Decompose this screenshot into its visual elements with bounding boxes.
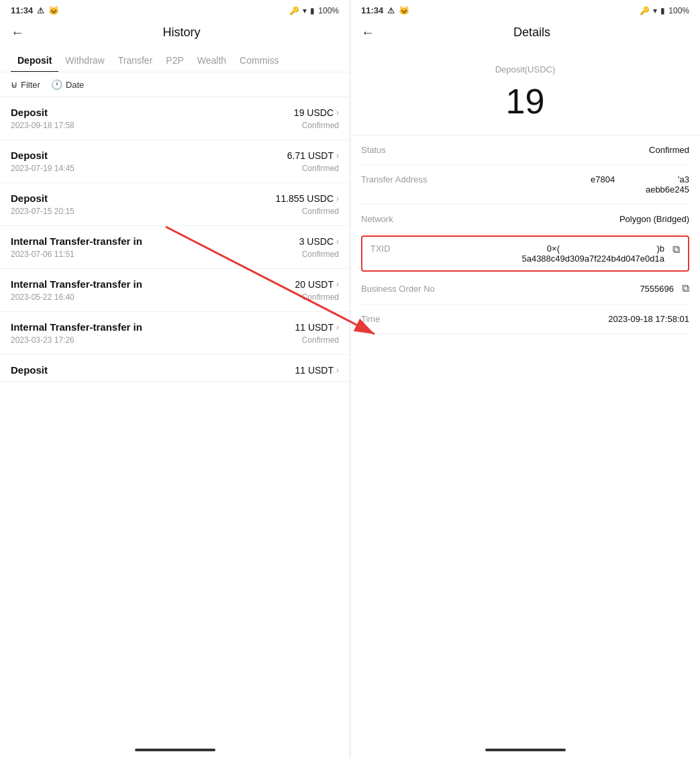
date-button[interactable]: 🕐 Date bbox=[51, 79, 84, 90]
details-screen: 11:34 ⚠ 🐱 🔑 ▾ ▮ 100% ← Details Deposit(U… bbox=[350, 0, 700, 758]
txid-line2: 5a4388c49d309a7f224b4d047e0d1a bbox=[521, 254, 664, 264]
alert-icon-right: ⚠ bbox=[387, 6, 395, 15]
clock-icon: 🕐 bbox=[51, 79, 62, 90]
status-label: Status bbox=[361, 145, 442, 155]
filter-bar: ⊌ Filter 🕐 Date bbox=[0, 72, 350, 97]
tab-p2p[interactable]: P2P bbox=[159, 48, 190, 72]
item-date: 2023-05-22 16:40 bbox=[11, 292, 74, 302]
copy-icon-txid[interactable]: ⧉ bbox=[672, 243, 680, 256]
txid-label: TXID bbox=[370, 243, 451, 254]
date-label: Date bbox=[66, 80, 84, 90]
chevron-icon: › bbox=[336, 194, 339, 203]
tab-deposit[interactable]: Deposit bbox=[11, 48, 58, 72]
filter-label: Filter bbox=[21, 80, 40, 90]
tab-transfer[interactable]: Transfer bbox=[111, 48, 160, 72]
history-screen: 11:34 ⚠ 🐱 🔑 ▾ ▮ 100% ← History Deposit W… bbox=[0, 0, 350, 758]
amount-value: 11.855 USDC bbox=[276, 193, 334, 204]
details-header: ← Details bbox=[350, 18, 700, 48]
business-order-label: Business Order No bbox=[361, 284, 442, 294]
amount-value: 6.71 USDT bbox=[287, 150, 334, 161]
status-value: Confirmed bbox=[442, 145, 689, 155]
item-status: Confirmed bbox=[302, 207, 339, 216]
list-item[interactable]: Internal Transfer-transfer in 11 USDT › … bbox=[0, 312, 350, 355]
item-amount: 20 USDT › bbox=[295, 279, 339, 290]
notification-icon-left: 🐱 bbox=[48, 5, 59, 15]
chevron-icon: › bbox=[336, 237, 339, 246]
status-bar-right: 11:34 ⚠ 🐱 🔑 ▾ ▮ 100% bbox=[350, 0, 700, 18]
item-date: 2023-07-19 14:45 bbox=[11, 164, 74, 173]
item-name: Deposit bbox=[11, 107, 48, 118]
tab-withdraw[interactable]: Withdraw bbox=[58, 48, 111, 72]
time-left: 11:34 bbox=[11, 5, 33, 15]
tab-wealth[interactable]: Wealth bbox=[191, 48, 233, 72]
deposit-amount: 19 bbox=[361, 81, 689, 121]
chevron-icon: › bbox=[336, 108, 339, 117]
item-amount: 3 USDC › bbox=[299, 236, 339, 247]
list-item[interactable]: Internal Transfer-transfer in 3 USDC › 2… bbox=[0, 226, 350, 269]
time-label: Time bbox=[361, 314, 442, 324]
amount-value: 20 USDT bbox=[295, 279, 334, 290]
amount-value: 11 USDT bbox=[295, 322, 334, 333]
address-line2: aebb6e245 bbox=[646, 184, 689, 195]
network-value: Polygon (Bridged) bbox=[442, 214, 689, 224]
chevron-icon: › bbox=[336, 323, 339, 332]
item-status: Confirmed bbox=[302, 121, 339, 130]
back-button-right[interactable]: ← bbox=[361, 25, 374, 40]
address-line1: e7804 'a3 bbox=[591, 174, 689, 184]
history-list: Deposit 19 USDC › 2023-09-18 17:58 Confi… bbox=[0, 97, 350, 743]
item-name: Deposit bbox=[11, 193, 48, 204]
item-date: 2023-07-15 20:15 bbox=[11, 207, 74, 216]
item-amount: 11 USDT › bbox=[295, 365, 339, 376]
chevron-icon: › bbox=[336, 151, 339, 160]
list-item[interactable]: Deposit 6.71 USDT › 2023-07-19 14:45 Con… bbox=[0, 140, 350, 183]
battery-icon-left: ▮ bbox=[310, 6, 315, 15]
item-date: 2023-03-23 17:26 bbox=[11, 335, 74, 345]
amount-value: 11 USDT bbox=[295, 365, 334, 376]
filter-button[interactable]: ⊌ Filter bbox=[11, 79, 40, 90]
bottom-bar-right bbox=[350, 743, 700, 758]
list-item[interactable]: Deposit 11.855 USDC › 2023-07-15 20:15 C… bbox=[0, 183, 350, 226]
status-icons-right: 🔑 ▾ ▮ 100% bbox=[640, 6, 689, 15]
tab-commiss[interactable]: Commiss bbox=[233, 48, 285, 72]
key-icon-left: 🔑 bbox=[289, 6, 299, 15]
txid-row: TXID 0×( )b 5a4388c49d309a7f224b4d047e0d… bbox=[361, 235, 689, 272]
network-row: Network Polygon (Bridged) bbox=[361, 205, 689, 234]
list-item[interactable]: Deposit 19 USDC › 2023-09-18 17:58 Confi… bbox=[0, 97, 350, 140]
business-order-value: 7555696 bbox=[442, 284, 674, 294]
item-status: Confirmed bbox=[302, 335, 339, 345]
key-icon-right: 🔑 bbox=[640, 6, 650, 15]
transfer-address-row: Transfer Address e7804 'a3 aebb6e245 bbox=[361, 165, 689, 205]
item-amount: 11.855 USDC › bbox=[276, 193, 339, 204]
status-time-right: 11:34 ⚠ 🐱 bbox=[361, 5, 409, 15]
status-bar-left: 11:34 ⚠ 🐱 🔑 ▾ ▮ 100% bbox=[0, 0, 350, 18]
filter-icon: ⊌ bbox=[11, 79, 17, 90]
battery-icon-right: ▮ bbox=[660, 6, 665, 15]
time-row: Time 2023-09-18 17:58:01 bbox=[361, 305, 689, 334]
bottom-bar-left bbox=[0, 743, 350, 758]
status-time-left: 11:34 ⚠ 🐱 bbox=[11, 5, 59, 15]
time-value: 2023-09-18 17:58:01 bbox=[442, 314, 689, 324]
back-button-left[interactable]: ← bbox=[11, 25, 24, 40]
item-amount: 19 USDC › bbox=[294, 107, 339, 118]
amount-value: 19 USDC bbox=[294, 107, 334, 118]
item-name: Internal Transfer-transfer in bbox=[11, 278, 142, 290]
details-rows: Status Confirmed Transfer Address e7804 … bbox=[350, 136, 700, 334]
list-item[interactable]: Internal Transfer-transfer in 20 USDT › … bbox=[0, 269, 350, 312]
item-name: Deposit bbox=[11, 364, 48, 376]
item-date: 2023-07-06 11:51 bbox=[11, 250, 74, 259]
copy-icon-order[interactable]: ⧉ bbox=[682, 282, 689, 294]
history-tabs: Deposit Withdraw Transfer P2P Wealth Com… bbox=[0, 48, 350, 72]
item-status: Confirmed bbox=[302, 292, 339, 302]
chevron-icon: › bbox=[336, 366, 339, 375]
details-title: Details bbox=[374, 25, 689, 40]
item-status: Confirmed bbox=[302, 164, 339, 173]
list-item[interactable]: Deposit 11 USDT › bbox=[0, 355, 350, 382]
txid-value: 0×( )b 5a4388c49d309a7f224b4d047e0d1a bbox=[451, 243, 664, 264]
time-right: 11:34 bbox=[361, 5, 383, 15]
item-status: Confirmed bbox=[302, 250, 339, 259]
amount-value: 3 USDC bbox=[299, 236, 334, 247]
home-indicator-left bbox=[135, 749, 215, 751]
battery-percent-left: 100% bbox=[318, 6, 339, 15]
item-name: Deposit bbox=[11, 150, 48, 161]
business-order-row: Business Order No 7555696 ⧉ bbox=[361, 273, 689, 305]
